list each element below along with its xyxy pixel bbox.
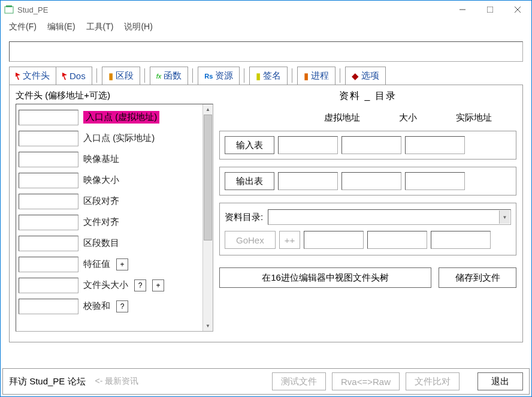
field-label: 映像基址 [83,154,119,165]
field-row: 校验和? [19,296,209,317]
status-bar: 拜访 Stud_PE 论坛 <- 最新资讯 测试文件 Rva<=>Raw 文件比… [2,368,530,395]
menu-tools[interactable]: 工具(T) [86,22,114,32]
field-label: 文件对齐 [83,216,119,228]
field-input[interactable] [19,299,78,314]
exit-button[interactable]: 退出 [477,372,523,390]
right-panel-title: 资料 _ 目录 [219,90,516,103]
col-va: 虚拟地址 [309,112,375,124]
tab-resources[interactable]: Rs资源 [198,67,240,85]
field-input[interactable] [19,173,78,188]
data-directory-combo[interactable]: ▼ [268,209,511,225]
scroll-up-icon[interactable]: ▲ [203,104,213,115]
tab-options[interactable]: ◆选项 [345,67,386,85]
left-panel-title: 文件头 (偏移地址+可选) [16,90,213,101]
gohex-button[interactable]: GoHex [225,231,276,249]
data-directory-label: 资料目录: [225,212,263,223]
tab-sections[interactable]: ▮区段 [102,67,140,85]
help-button[interactable]: ? [116,300,128,312]
close-button[interactable] [504,1,531,19]
export-table-group: 输出表 [219,167,516,196]
export-size[interactable] [341,172,401,190]
tab-bar: 文件头 Dos ▮区段 fx函数 Rs资源 ▮签名 ▮进程 ◆选项 [9,67,523,85]
import-size[interactable] [341,136,401,154]
field-label: 文件头大小 [83,279,128,291]
field-input[interactable] [19,236,78,251]
field-row: 特征值+ [19,254,209,275]
field-input[interactable] [19,257,78,272]
rva-raw-button[interactable]: Rva<=>Raw [332,372,400,390]
column-headers: 虚拟地址 大小 实际地址 [219,112,516,124]
rs-icon: Rs [204,73,213,80]
help-button[interactable]: ? [134,279,146,291]
save-to-file-button[interactable]: 储存到文件 [439,267,516,288]
app-icon [4,5,14,14]
import-va[interactable] [278,136,338,154]
import-real[interactable] [405,136,465,154]
field-row: 区段数目 [19,233,209,254]
svg-rect-1 [6,5,12,7]
export-table-button[interactable]: 输出表 [225,172,274,190]
field-input[interactable] [19,278,78,293]
latest-news-label: <- 最新资讯 [95,376,139,387]
export-va[interactable] [278,172,338,190]
field-row: 入口点 (实际地址) [19,128,209,149]
import-table-button[interactable]: 输入表 [225,136,274,154]
scroll-thumb[interactable] [204,115,212,240]
field-row: 区段对齐 [19,191,209,212]
dir-va[interactable] [304,231,364,249]
field-input[interactable] [19,194,78,209]
window-title: Stud_PE [17,5,449,14]
menu-file[interactable]: 文件(F) [9,22,37,32]
visit-forum-link[interactable]: 拜访 Stud_PE 论坛 [9,376,86,387]
address-bar[interactable] [9,41,523,62]
test-file-button[interactable]: 测试文件 [272,372,326,390]
field-label: 映像大小 [83,175,119,186]
field-input[interactable] [19,215,78,230]
scroll-down-icon[interactable]: ▼ [203,321,213,331]
field-label: 入口点 (虚拟地址) [83,111,159,124]
maximize-button[interactable] [476,1,504,19]
svg-rect-0 [5,7,13,13]
minimize-button[interactable] [449,1,476,19]
field-label: 区段对齐 [83,196,119,207]
field-input[interactable] [19,131,78,146]
sections-icon: ▮ [108,71,113,82]
export-real[interactable] [405,172,465,190]
sig-icon: ▮ [256,71,261,82]
field-label: 校验和 [83,300,110,312]
svg-rect-3 [487,7,493,13]
field-input[interactable] [19,110,78,125]
expand-button[interactable]: + [116,258,128,270]
field-row: 入口点 (虚拟地址) [19,107,209,128]
field-label: 特征值 [83,258,110,270]
data-directory-group: 资料目录: ▼ GoHex ++ [219,203,516,255]
field-row: 文件对齐 [19,212,209,233]
tab-functions[interactable]: fx函数 [150,67,189,85]
tab-signature[interactable]: ▮签名 [249,67,288,85]
field-label: 入口点 (实际地址) [83,133,155,144]
tab-dos[interactable]: Dos [56,67,92,85]
proc-icon: ▮ [304,71,309,82]
field-row: 文件头大小?+ [19,275,209,296]
menu-help[interactable]: 说明(H) [124,22,152,32]
field-label: 区段数目 [83,237,119,249]
view-tree-button[interactable]: 在16进位编辑器中视图文件头树 [219,267,431,288]
field-row: 映像大小 [19,170,209,191]
file-compare-button[interactable]: 文件比对 [406,372,460,390]
fx-icon: fx [156,73,162,80]
tab-process[interactable]: ▮进程 [297,67,335,85]
col-size: 大小 [375,112,441,124]
dir-size[interactable] [367,231,427,249]
plusplus-button[interactable]: ++ [279,231,301,249]
field-input[interactable] [19,152,78,167]
col-real: 实际地址 [441,112,507,124]
field-scrollbar[interactable]: ▲ ▼ [202,104,213,331]
import-table-group: 输入表 [219,131,516,160]
expand-button[interactable]: + [152,279,164,291]
menu-edit[interactable]: 编辑(E) [47,22,75,32]
field-row: 映像基址 [19,149,209,170]
opt-icon: ◆ [352,71,359,82]
tab-header[interactable]: 文件头 [9,67,56,85]
chevron-down-icon[interactable]: ▼ [499,210,510,224]
dir-real[interactable] [431,231,491,249]
